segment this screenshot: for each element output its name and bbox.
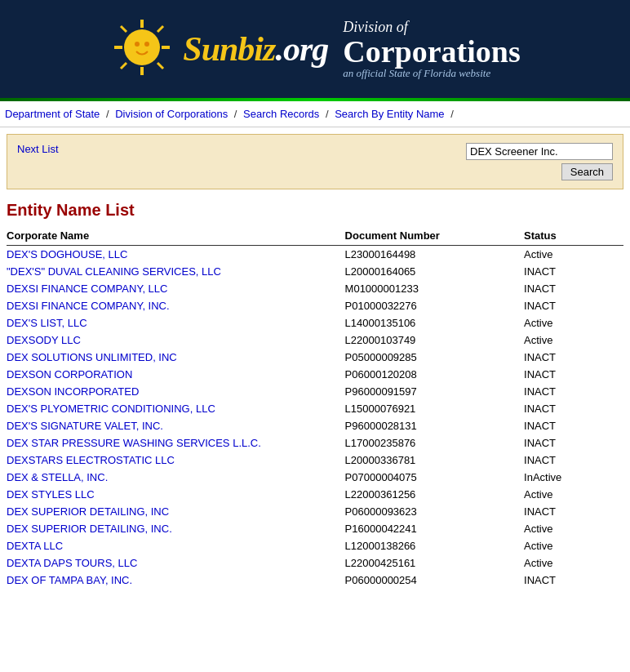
- table-row: DEXSODY LLCL22000103749Active: [7, 332, 623, 349]
- status-cell: Active: [524, 332, 623, 349]
- document-number-cell: P06000093623: [345, 503, 524, 520]
- breadcrumb: Department of State / Division of Corpor…: [0, 101, 630, 127]
- status-cell: INACT: [524, 280, 623, 297]
- table-row: DEX SOLUTIONS UNLIMITED, INCP05000009285…: [7, 349, 623, 366]
- document-number-cell: P06000000254: [345, 572, 524, 589]
- results-table: Corporate Name Document Number Status DE…: [7, 228, 623, 589]
- table-row: DEXSI FINANCE COMPANY, INC.P01000032276I…: [7, 297, 623, 314]
- corporate-name-cell: DEX'S SIGNATURE VALET, INC.: [7, 417, 345, 434]
- sunbiz-brand: Sunbiz.org: [183, 29, 328, 69]
- corporate-name-link[interactable]: DEXTA DAPS TOURS, LLC: [7, 557, 137, 569]
- breadcrumb-search-records[interactable]: Search Records: [243, 108, 319, 120]
- document-number-cell: L22000361256: [345, 486, 524, 503]
- breadcrumb-separator-4: /: [450, 108, 454, 120]
- next-list-link[interactable]: Next List: [17, 143, 59, 155]
- logo-container: Sunbiz.org Division of Corporations an o…: [109, 16, 520, 82]
- svg-point-10: [135, 42, 140, 47]
- status-cell: Active: [524, 314, 623, 332]
- corporate-name-link[interactable]: DEX STAR PRESSURE WASHING SERVICES L.L.C…: [7, 437, 261, 449]
- corporate-name-link[interactable]: DEXSODY LLC: [7, 334, 81, 346]
- table-row: DEXSI FINANCE COMPANY, LLCM01000001233IN…: [7, 280, 623, 297]
- status-cell: INACT: [524, 349, 623, 366]
- corporate-name-link[interactable]: DEX'S PLYOMETRIC CONDITIONING, LLC: [7, 403, 215, 415]
- table-row: DEX'S DOGHOUSE, LLCL23000164498Active: [7, 246, 623, 264]
- search-input[interactable]: [466, 143, 613, 160]
- table-row: DEX'S LIST, LLCL14000135106Active: [7, 314, 623, 332]
- status-cell: Active: [524, 520, 623, 537]
- document-number-cell: P06000120208: [345, 366, 524, 383]
- corporate-name-cell: DEX'S DOGHOUSE, LLC: [7, 246, 345, 264]
- corporate-name-cell: DEXSON CORPORATION: [7, 366, 345, 383]
- corporate-name-cell: DEXTA DAPS TOURS, LLC: [7, 554, 345, 572]
- table-row: "DEX'S" DUVAL CLEANING SERVICES, LLCL200…: [7, 263, 623, 280]
- breadcrumb-separator-3: /: [326, 108, 329, 120]
- document-number-cell: L20000164065: [345, 263, 524, 280]
- corporate-name-link[interactable]: DEXSON CORPORATION: [7, 368, 132, 381]
- document-number-cell: P96000091597: [345, 383, 524, 400]
- sunbiz-name: Sunbiz: [183, 30, 275, 68]
- corporate-name-link[interactable]: DEX & STELLA, INC.: [7, 471, 108, 483]
- breadcrumb-search-by-entity-name[interactable]: Search By Entity Name: [335, 108, 444, 120]
- status-cell: INACT: [524, 366, 623, 383]
- document-number-cell: L17000235876: [345, 434, 524, 452]
- col-header-status: Status: [524, 228, 623, 246]
- document-number-cell: L14000135106: [345, 314, 524, 332]
- sunbiz-org: .org: [275, 30, 328, 68]
- breadcrumb-separator-1: /: [106, 108, 109, 120]
- table-row: DEX SUPERIOR DETAILING, INCP06000093623I…: [7, 503, 623, 520]
- status-cell: INACT: [524, 503, 623, 520]
- document-number-cell: P96000028131: [345, 417, 524, 434]
- table-row: DEX SUPERIOR DETAILING, INC.P16000042241…: [7, 520, 623, 537]
- corporate-name-link[interactable]: DEX'S LIST, LLC: [7, 317, 87, 329]
- svg-point-11: [144, 42, 149, 47]
- status-cell: Active: [524, 246, 623, 264]
- corporations-text: Corporations: [343, 36, 520, 67]
- document-number-cell: L20000336781: [345, 452, 524, 469]
- svg-line-5: [121, 26, 126, 32]
- corporate-name-link[interactable]: DEX SUPERIOR DETAILING, INC: [7, 505, 169, 518]
- division-of-text: Division of: [343, 19, 520, 36]
- document-number-cell: M01000001233: [345, 280, 524, 297]
- table-row: DEX OF TAMPA BAY, INC.P06000000254INACT: [7, 572, 623, 589]
- status-cell: INACT: [524, 434, 623, 452]
- search-button[interactable]: Search: [561, 163, 613, 180]
- corporate-name-link[interactable]: "DEX'S" DUVAL CLEANING SERVICES, LLC: [7, 265, 221, 278]
- corporate-name-link[interactable]: DEXTA LLC: [7, 540, 63, 552]
- site-header: Sunbiz.org Division of Corporations an o…: [0, 0, 630, 98]
- corporate-name-cell: DEXSI FINANCE COMPANY, LLC: [7, 280, 345, 297]
- corporate-name-link[interactable]: DEXSON INCORPORATED: [7, 385, 139, 398]
- document-number-cell: L12000138266: [345, 537, 524, 554]
- svg-point-9: [127, 33, 157, 62]
- sunbiz-label: Sunbiz.org: [183, 30, 328, 68]
- corporate-name-link[interactable]: DEXSI FINANCE COMPANY, INC.: [7, 300, 170, 312]
- status-cell: INACT: [524, 417, 623, 434]
- table-row: DEXTA DAPS TOURS, LLCL22000425161Active: [7, 554, 623, 572]
- status-cell: INACT: [524, 572, 623, 589]
- corporate-name-cell: DEX SOLUTIONS UNLIMITED, INC: [7, 349, 345, 366]
- corporate-name-cell: DEX'S PLYOMETRIC CONDITIONING, LLC: [7, 400, 345, 417]
- corporate-name-link[interactable]: DEXSI FINANCE COMPANY, LLC: [7, 283, 167, 295]
- breadcrumb-division-of-corporations[interactable]: Division of Corporations: [115, 108, 228, 120]
- status-cell: Active: [524, 537, 623, 554]
- corporate-name-link[interactable]: DEXSTARS ELECTROSTATIC LLC: [7, 454, 175, 466]
- corporate-name-link[interactable]: DEX STYLES LLC: [7, 488, 95, 501]
- status-cell: InActive: [524, 469, 623, 486]
- corporate-name-cell: DEX STAR PRESSURE WASHING SERVICES L.L.C…: [7, 434, 345, 452]
- corporate-name-link[interactable]: DEX SUPERIOR DETAILING, INC.: [7, 523, 172, 535]
- corporate-name-link[interactable]: DEX OF TAMPA BAY, INC.: [7, 574, 132, 586]
- header-right: Division of Corporations an official Sta…: [343, 19, 520, 80]
- table-row: DEX'S SIGNATURE VALET, INC.P96000028131I…: [7, 417, 623, 434]
- document-number-cell: L15000076921: [345, 400, 524, 417]
- corporate-name-link[interactable]: DEX'S SIGNATURE VALET, INC.: [7, 420, 163, 432]
- document-number-cell: P16000042241: [345, 520, 524, 537]
- document-number-cell: L23000164498: [345, 246, 524, 264]
- status-cell: Active: [524, 554, 623, 572]
- status-cell: INACT: [524, 383, 623, 400]
- svg-line-7: [158, 26, 163, 32]
- document-number-cell: P05000009285: [345, 349, 524, 366]
- corporate-name-link[interactable]: DEX SOLUTIONS UNLIMITED, INC: [7, 351, 177, 363]
- corporate-name-cell: DEX & STELLA, INC.: [7, 469, 345, 486]
- corporate-name-link[interactable]: DEX'S DOGHOUSE, LLC: [7, 248, 127, 260]
- breadcrumb-department-of-state[interactable]: Department of State: [5, 108, 100, 120]
- table-row: DEXSON CORPORATIONP06000120208INACT: [7, 366, 623, 383]
